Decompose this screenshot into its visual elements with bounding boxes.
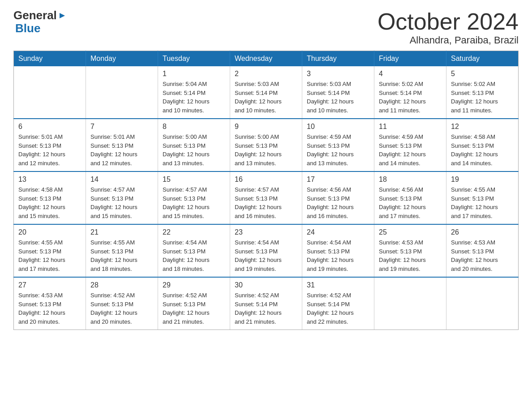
day-number: 30: [235, 281, 297, 289]
day-number: 18: [379, 176, 442, 184]
day-info: Sunrise: 4:52 AMSunset: 5:14 PMDaylight:…: [235, 291, 297, 326]
day-number: 8: [163, 123, 225, 131]
calendar-cell: 14Sunrise: 4:57 AMSunset: 5:13 PMDayligh…: [86, 171, 158, 224]
calendar-cell: 13Sunrise: 4:58 AMSunset: 5:13 PMDayligh…: [14, 171, 86, 224]
day-number: 24: [307, 228, 369, 236]
header-friday: Friday: [374, 51, 446, 67]
day-number: 28: [90, 281, 153, 289]
day-number: 26: [451, 228, 514, 236]
calendar-cell: 4Sunrise: 5:02 AMSunset: 5:14 PMDaylight…: [374, 66, 446, 119]
calendar-week-row: 20Sunrise: 4:55 AMSunset: 5:13 PMDayligh…: [14, 224, 519, 277]
day-info: Sunrise: 5:01 AMSunset: 5:13 PMDaylight:…: [18, 133, 81, 167]
day-number: 25: [379, 228, 442, 236]
day-number: 17: [307, 176, 369, 184]
calendar-cell: 27Sunrise: 4:53 AMSunset: 5:13 PMDayligh…: [14, 277, 86, 330]
day-info: Sunrise: 5:00 AMSunset: 5:13 PMDaylight:…: [235, 133, 297, 167]
day-info: Sunrise: 4:52 AMSunset: 5:14 PMDaylight:…: [307, 291, 369, 326]
calendar-cell: 30Sunrise: 4:52 AMSunset: 5:14 PMDayligh…: [230, 277, 302, 330]
calendar-cell: [446, 277, 519, 330]
day-info: Sunrise: 5:02 AMSunset: 5:14 PMDaylight:…: [379, 80, 442, 115]
calendar-cell: 2Sunrise: 5:03 AMSunset: 5:14 PMDaylight…: [230, 66, 302, 119]
logo: General Blue: [13, 9, 67, 34]
calendar-cell: 19Sunrise: 4:55 AMSunset: 5:13 PMDayligh…: [446, 171, 519, 224]
calendar-week-row: 27Sunrise: 4:53 AMSunset: 5:13 PMDayligh…: [14, 277, 519, 330]
day-number: 23: [235, 228, 297, 236]
calendar-cell: 8Sunrise: 5:00 AMSunset: 5:13 PMDaylight…: [158, 119, 230, 171]
calendar-cell: 24Sunrise: 4:54 AMSunset: 5:13 PMDayligh…: [302, 224, 374, 277]
calendar-header-row: SundayMondayTuesdayWednesdayThursdayFrid…: [14, 51, 519, 67]
calendar-cell: 26Sunrise: 4:53 AMSunset: 5:13 PMDayligh…: [446, 224, 519, 277]
day-info: Sunrise: 5:01 AMSunset: 5:13 PMDaylight:…: [90, 133, 153, 167]
day-info: Sunrise: 4:54 AMSunset: 5:13 PMDaylight:…: [163, 238, 225, 273]
calendar-cell: 5Sunrise: 5:02 AMSunset: 5:13 PMDaylight…: [446, 66, 519, 119]
calendar-cell: 20Sunrise: 4:55 AMSunset: 5:13 PMDayligh…: [14, 224, 86, 277]
day-number: 11: [379, 123, 442, 131]
header-tuesday: Tuesday: [158, 51, 230, 67]
day-number: 1: [163, 70, 225, 78]
day-number: 13: [18, 176, 81, 184]
calendar-cell: [374, 277, 446, 330]
calendar-cell: 1Sunrise: 5:04 AMSunset: 5:14 PMDaylight…: [158, 66, 230, 119]
header-wednesday: Wednesday: [230, 51, 302, 67]
calendar-cell: 21Sunrise: 4:55 AMSunset: 5:13 PMDayligh…: [86, 224, 158, 277]
logo-blue: Blue: [15, 22, 40, 35]
day-info: Sunrise: 4:52 AMSunset: 5:13 PMDaylight:…: [163, 291, 225, 326]
day-info: Sunrise: 4:57 AMSunset: 5:13 PMDaylight:…: [163, 185, 225, 220]
title-block: October 2024 Alhandra, Paraiba, Brazil: [378, 9, 519, 46]
day-info: Sunrise: 4:53 AMSunset: 5:13 PMDaylight:…: [18, 291, 81, 326]
header-sunday: Sunday: [14, 51, 86, 67]
calendar-cell: 10Sunrise: 4:59 AMSunset: 5:13 PMDayligh…: [302, 119, 374, 171]
day-info: Sunrise: 4:59 AMSunset: 5:13 PMDaylight:…: [307, 133, 369, 167]
calendar-week-row: 13Sunrise: 4:58 AMSunset: 5:13 PMDayligh…: [14, 171, 519, 224]
calendar-cell: 28Sunrise: 4:52 AMSunset: 5:13 PMDayligh…: [86, 277, 158, 330]
day-info: Sunrise: 4:57 AMSunset: 5:13 PMDaylight:…: [235, 185, 297, 220]
logo-general: General: [13, 9, 57, 22]
header-thursday: Thursday: [302, 51, 374, 67]
calendar-cell: 29Sunrise: 4:52 AMSunset: 5:13 PMDayligh…: [158, 277, 230, 330]
calendar-week-row: 1Sunrise: 5:04 AMSunset: 5:14 PMDaylight…: [14, 66, 519, 119]
calendar-week-row: 6Sunrise: 5:01 AMSunset: 5:13 PMDaylight…: [14, 119, 519, 171]
day-number: 3: [307, 70, 369, 78]
day-info: Sunrise: 4:56 AMSunset: 5:13 PMDaylight:…: [379, 185, 442, 220]
day-number: 19: [451, 176, 514, 184]
day-number: 6: [18, 123, 81, 131]
day-info: Sunrise: 5:00 AMSunset: 5:13 PMDaylight:…: [163, 133, 225, 167]
calendar-cell: 16Sunrise: 4:57 AMSunset: 5:13 PMDayligh…: [230, 171, 302, 224]
day-number: 14: [90, 176, 153, 184]
day-info: Sunrise: 4:58 AMSunset: 5:13 PMDaylight:…: [18, 185, 81, 220]
calendar-cell: 9Sunrise: 5:00 AMSunset: 5:13 PMDaylight…: [230, 119, 302, 171]
day-number: 22: [163, 228, 225, 236]
day-number: 31: [307, 281, 369, 289]
header-monday: Monday: [86, 51, 158, 67]
day-info: Sunrise: 4:54 AMSunset: 5:13 PMDaylight:…: [307, 238, 369, 273]
day-info: Sunrise: 5:03 AMSunset: 5:14 PMDaylight:…: [307, 80, 369, 115]
calendar-cell: 11Sunrise: 4:59 AMSunset: 5:13 PMDayligh…: [374, 119, 446, 171]
calendar-cell: 3Sunrise: 5:03 AMSunset: 5:14 PMDaylight…: [302, 66, 374, 119]
day-number: 29: [163, 281, 225, 289]
day-number: 2: [235, 70, 297, 78]
day-number: 5: [451, 70, 514, 78]
page-subtitle: Alhandra, Paraiba, Brazil: [378, 34, 519, 46]
calendar-cell: 17Sunrise: 4:56 AMSunset: 5:13 PMDayligh…: [302, 171, 374, 224]
day-number: 21: [90, 228, 153, 236]
calendar-cell: 18Sunrise: 4:56 AMSunset: 5:13 PMDayligh…: [374, 171, 446, 224]
logo-arrow-icon: [58, 11, 67, 20]
day-info: Sunrise: 4:57 AMSunset: 5:13 PMDaylight:…: [90, 185, 153, 220]
calendar-cell: 31Sunrise: 4:52 AMSunset: 5:14 PMDayligh…: [302, 277, 374, 330]
day-info: Sunrise: 4:53 AMSunset: 5:13 PMDaylight:…: [379, 238, 442, 273]
calendar-cell: 15Sunrise: 4:57 AMSunset: 5:13 PMDayligh…: [158, 171, 230, 224]
day-number: 4: [379, 70, 442, 78]
day-number: 12: [451, 123, 514, 131]
calendar-cell: 22Sunrise: 4:54 AMSunset: 5:13 PMDayligh…: [158, 224, 230, 277]
day-number: 27: [18, 281, 81, 289]
day-info: Sunrise: 4:52 AMSunset: 5:13 PMDaylight:…: [90, 291, 153, 326]
day-number: 20: [18, 228, 81, 236]
calendar-cell: [86, 66, 158, 119]
svg-marker-0: [60, 13, 65, 18]
day-info: Sunrise: 4:55 AMSunset: 5:13 PMDaylight:…: [451, 185, 514, 220]
calendar-cell: 25Sunrise: 4:53 AMSunset: 5:13 PMDayligh…: [374, 224, 446, 277]
calendar-cell: 6Sunrise: 5:01 AMSunset: 5:13 PMDaylight…: [14, 119, 86, 171]
day-info: Sunrise: 4:55 AMSunset: 5:13 PMDaylight:…: [90, 238, 153, 273]
header-saturday: Saturday: [446, 51, 519, 67]
calendar-cell: [14, 66, 86, 119]
